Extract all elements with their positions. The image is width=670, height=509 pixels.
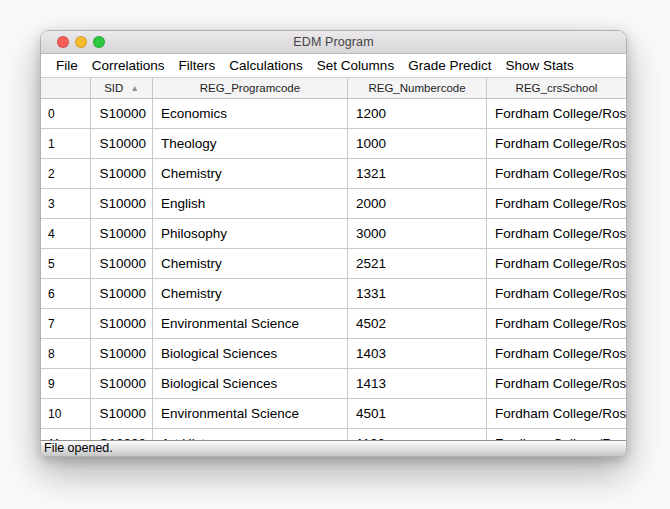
- table-cell-sid: S10000: [91, 189, 153, 218]
- table-row[interactable]: 6S10000Chemistry1331Fordham College/Rose: [41, 279, 626, 309]
- zoom-button[interactable]: [93, 36, 105, 48]
- table-cell-reg-programcode: Economics: [153, 99, 348, 128]
- table-cell-reg-crsschool: Fordham College/Rose: [487, 99, 626, 128]
- table-cell-reg-programcode: Theology: [153, 129, 348, 158]
- table-row[interactable]: 7S10000Environmental Science4502Fordham …: [41, 309, 626, 339]
- table-cell-reg-programcode: Chemistry: [153, 249, 348, 278]
- column-header-sid[interactable]: SID▲: [91, 78, 153, 98]
- table-cell-reg-programcode: Philosophy: [153, 219, 348, 248]
- table-cell-reg-programcode: Environmental Science: [153, 309, 348, 338]
- table-cell-sid: S10000: [91, 159, 153, 188]
- table-cell-row-index: 3: [41, 189, 91, 218]
- table-cell-reg-numbercode: 3000: [348, 219, 487, 248]
- table-cell-reg-crsschool: Fordham College/Rose: [487, 339, 626, 368]
- table-cell-reg-crsschool: Fordham College/Rose: [487, 279, 626, 308]
- menu-item-calculations[interactable]: Calculations: [222, 58, 310, 73]
- table-cell-row-index: 7: [41, 309, 91, 338]
- table-cell-row-index: 9: [41, 369, 91, 398]
- table-row[interactable]: 4S10000Philosophy3000Fordham College/Ros…: [41, 219, 626, 249]
- table-cell-reg-numbercode: 1200: [348, 99, 487, 128]
- table-row[interactable]: 1S10000Theology1000Fordham College/Rose: [41, 129, 626, 159]
- table-cell-row-index: 1: [41, 129, 91, 158]
- table-cell-row-index: 0: [41, 99, 91, 128]
- menu-item-filters[interactable]: Filters: [172, 58, 223, 73]
- table-row[interactable]: 5S10000Chemistry2521Fordham College/Rose: [41, 249, 626, 279]
- table-cell-sid: S10000: [91, 309, 153, 338]
- table-row[interactable]: 10S10000Environmental Science4501Fordham…: [41, 399, 626, 429]
- table-row[interactable]: 2S10000Chemistry1321Fordham College/Rose: [41, 159, 626, 189]
- menu-item-show-stats[interactable]: Show Stats: [498, 58, 580, 73]
- table-cell-reg-numbercode: 1321: [348, 159, 487, 188]
- table-cell-reg-programcode: English: [153, 189, 348, 218]
- title-bar[interactable]: EDM Program: [41, 31, 626, 54]
- table-cell-row-index: 4: [41, 219, 91, 248]
- menu-item-grade-predict[interactable]: Grade Predict: [401, 58, 498, 73]
- table-cell-sid: S10000: [91, 339, 153, 368]
- table-cell-row-index: 10: [41, 399, 91, 428]
- table-cell-reg-crsschool: Fordham College/Rose: [487, 129, 626, 158]
- table-cell-sid: S10000: [91, 219, 153, 248]
- table-cell-reg-programcode: Biological Sciences: [153, 339, 348, 368]
- status-bar: File opened.: [41, 440, 626, 456]
- table-cell-reg-numbercode: 4501: [348, 399, 487, 428]
- table-cell-reg-numbercode: 2000: [348, 189, 487, 218]
- table-cell-reg-numbercode: 1413: [348, 369, 487, 398]
- table-row[interactable]: 0S10000Economics1200Fordham College/Rose: [41, 99, 626, 129]
- table-cell-reg-programcode: Chemistry: [153, 159, 348, 188]
- table-cell-reg-programcode: Biological Sciences: [153, 369, 348, 398]
- table-cell-reg-numbercode: 1100: [348, 429, 487, 440]
- menu-item-correlations[interactable]: Correlations: [85, 58, 172, 73]
- menu-item-set-columns[interactable]: Set Columns: [310, 58, 401, 73]
- table-cell-reg-crsschool: Fordham College/Rose: [487, 219, 626, 248]
- table-cell-reg-numbercode: 1403: [348, 339, 487, 368]
- sort-ascending-icon: ▲: [130, 84, 138, 93]
- menu-item-file[interactable]: File: [49, 58, 85, 73]
- column-header-reg-programcode[interactable]: REG_Programcode: [153, 78, 348, 98]
- table-cell-sid: S10000: [91, 279, 153, 308]
- column-header-label: SID: [104, 82, 123, 94]
- column-header-reg-numbercode[interactable]: REG_Numbercode: [348, 78, 487, 98]
- traffic-lights: [57, 36, 105, 48]
- table-cell-reg-crsschool: Fordham College/Rose: [487, 189, 626, 218]
- table-cell-row-index: 8: [41, 339, 91, 368]
- table-cell-reg-programcode: Chemistry: [153, 279, 348, 308]
- window-title: EDM Program: [293, 35, 373, 49]
- table-row[interactable]: 11S10000Art History1100Fordham College/R…: [41, 429, 626, 440]
- table-cell-sid: S10000: [91, 399, 153, 428]
- table-cell-reg-crsschool: Fordham College/Rose: [487, 249, 626, 278]
- table-cell-sid: S10000: [91, 369, 153, 398]
- table-cell-reg-crsschool: Fordham College/Rose: [487, 369, 626, 398]
- table-cell-reg-crsschool: Fordham College/Rose: [487, 399, 626, 428]
- table-header: SID▲REG_ProgramcodeREG_NumbercodeREG_crs…: [41, 77, 626, 99]
- table-cell-row-index: 2: [41, 159, 91, 188]
- table-cell-row-index: 11: [41, 429, 91, 440]
- table-body: 0S10000Economics1200Fordham College/Rose…: [41, 99, 626, 440]
- table-cell-reg-numbercode: 1331: [348, 279, 487, 308]
- close-button[interactable]: [57, 36, 69, 48]
- table-cell-reg-numbercode: 4502: [348, 309, 487, 338]
- column-header-row-index[interactable]: [41, 78, 91, 98]
- table-row[interactable]: 3S10000English2000Fordham College/Rose: [41, 189, 626, 219]
- table-cell-row-index: 5: [41, 249, 91, 278]
- table-cell-reg-numbercode: 1000: [348, 129, 487, 158]
- table-cell-reg-crsschool: Fordham College/Rose: [487, 159, 626, 188]
- table-row[interactable]: 9S10000Biological Sciences1413Fordham Co…: [41, 369, 626, 399]
- column-header-label: REG_Numbercode: [368, 82, 465, 94]
- table-row[interactable]: 8S10000Biological Sciences1403Fordham Co…: [41, 339, 626, 369]
- table-cell-sid: S10000: [91, 249, 153, 278]
- table-cell-reg-crsschool: Fordham College/Rose: [487, 309, 626, 338]
- table-cell-row-index: 6: [41, 279, 91, 308]
- table-cell-sid: S10000: [91, 129, 153, 158]
- column-header-label: REG_Programcode: [200, 82, 300, 94]
- table-cell-reg-programcode: Art History: [153, 429, 348, 440]
- status-text: File opened.: [44, 441, 113, 456]
- table-cell-sid: S10000: [91, 99, 153, 128]
- table-cell-sid: S10000: [91, 429, 153, 440]
- app-window: EDM Program FileCorrelationsFiltersCalcu…: [40, 30, 627, 457]
- table-cell-reg-programcode: Environmental Science: [153, 399, 348, 428]
- table-cell-reg-numbercode: 2521: [348, 249, 487, 278]
- menu-bar: FileCorrelationsFiltersCalculationsSet C…: [41, 54, 626, 77]
- minimize-button[interactable]: [75, 36, 87, 48]
- table-cell-reg-crsschool: Fordham College/Rose: [487, 429, 626, 440]
- column-header-reg-crsschool[interactable]: REG_crsSchool: [487, 78, 626, 98]
